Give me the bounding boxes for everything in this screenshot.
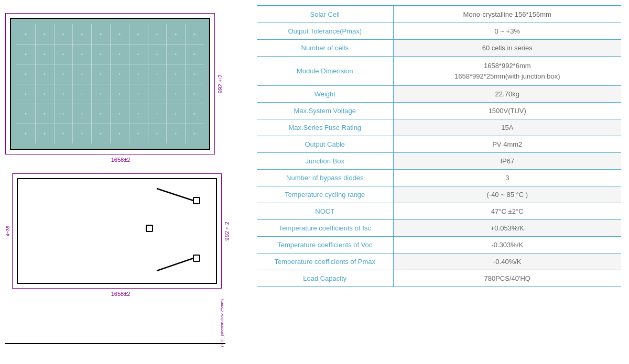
row-label: Module Dimension bbox=[257, 57, 393, 86]
row-label: Output Cable bbox=[257, 136, 393, 153]
left-dim-label: 4~35 bbox=[5, 226, 10, 236]
table-row: Temperature coefficients of Voc-0.303%/K bbox=[257, 237, 621, 253]
row-value: PV 4mm2 bbox=[393, 136, 621, 153]
row-label: Temperature coefficients of Pmax bbox=[257, 253, 393, 270]
table-row: Max.System Voltage1500V(TUV) bbox=[257, 103, 621, 119]
table-row: NOCT47°C ±2°C bbox=[257, 203, 621, 220]
specs-table: Solar CellMono-crystalline 156*156mmOutp… bbox=[257, 5, 621, 287]
table-row: Number of bypass diodes3 bbox=[257, 170, 621, 186]
small-note: (IEC_junction Box 25mm) bbox=[220, 299, 224, 347]
row-label: Max.System Voltage bbox=[257, 103, 393, 119]
table-row: Module Dimension1658*992*6mm1658*992*25m… bbox=[257, 57, 621, 86]
table-row: Load Capacity780PCS/40'HQ bbox=[257, 270, 621, 287]
top-height-dim: 992±2 bbox=[217, 74, 223, 93]
bottom-panel-outer bbox=[12, 173, 222, 289]
row-label: Number of bypass diodes bbox=[257, 170, 393, 186]
row-value: IP67 bbox=[393, 153, 621, 170]
row-label: Temperature cycling range bbox=[257, 186, 393, 203]
row-value: 22.70kg bbox=[393, 86, 621, 103]
row-value: -0.303%/K bbox=[393, 237, 621, 253]
row-value: (-40 ~ 85 °C ) bbox=[393, 186, 621, 203]
bottom-height-dim: 992±2 bbox=[224, 222, 230, 240]
row-label: Solar Cell bbox=[257, 6, 393, 23]
table-row: Temperature cycling range(-40 ~ 85 °C ) bbox=[257, 186, 621, 203]
bottom-width-dim: 1658±2 bbox=[5, 291, 236, 297]
row-label: Temperature coefficients of Voc bbox=[257, 237, 393, 253]
cable-svg bbox=[18, 179, 216, 283]
table-row: Junction BoxIP67 bbox=[257, 153, 621, 170]
bottom-line bbox=[5, 343, 225, 344]
row-value: 47°C ±2°C bbox=[393, 203, 621, 220]
row-value: 60 cells in series bbox=[393, 40, 621, 57]
table-row: Temperature coefficients of Pmax-0.40%/K bbox=[257, 253, 621, 270]
table-row: Output CablePV 4mm2 bbox=[257, 136, 621, 153]
table-row: Weight22.70kg bbox=[257, 86, 621, 103]
svg-line-1 bbox=[157, 189, 193, 201]
row-label: Junction Box bbox=[257, 153, 393, 170]
row-value: 1658*992*6mm1658*992*25mm(with junction … bbox=[393, 57, 621, 86]
svg-rect-2 bbox=[146, 225, 153, 231]
svg-rect-0 bbox=[193, 197, 200, 204]
top-width-dim: 1658±2 bbox=[5, 157, 236, 163]
row-label: Output Tolerance(Pmax) bbox=[257, 23, 393, 40]
svg-rect-3 bbox=[193, 255, 200, 261]
row-value: -0.40%/K bbox=[393, 253, 621, 270]
bottom-panel-inner bbox=[17, 178, 217, 284]
row-value: +0.053%/K bbox=[393, 220, 621, 237]
row-value: 3 bbox=[393, 170, 621, 186]
row-label: Load Capacity bbox=[257, 270, 393, 287]
table-row: Number of cells60 cells in series bbox=[257, 40, 621, 57]
solar-cells bbox=[16, 24, 204, 144]
row-value: 780PCS/40'HQ bbox=[393, 270, 621, 287]
bottom-drawing: 4~35 992± bbox=[5, 173, 236, 297]
left-panel: 992±2 1658±2 4~35 bbox=[0, 0, 252, 364]
table-row: Output Tolerance(Pmax)0 ~ +3% bbox=[257, 23, 621, 40]
row-label: Max.Series Fuse Rating bbox=[257, 119, 393, 136]
right-panel: Solar CellMono-crystalline 156*156mmOutp… bbox=[252, 0, 629, 364]
table-row: Temperature coefficients of Isc+0.053%/K bbox=[257, 220, 621, 237]
row-label: Number of cells bbox=[257, 40, 393, 57]
table-row: Solar CellMono-crystalline 156*156mm bbox=[257, 6, 621, 23]
row-label: Temperature coefficients of Isc bbox=[257, 220, 393, 237]
row-label: NOCT bbox=[257, 203, 393, 220]
row-label: Weight bbox=[257, 86, 393, 103]
row-value: Mono-crystalline 156*156mm bbox=[393, 6, 621, 23]
row-value: 15A bbox=[393, 119, 621, 136]
svg-line-4 bbox=[157, 258, 193, 271]
top-panel-outer bbox=[5, 13, 215, 155]
row-value: 1500V(TUV) bbox=[393, 103, 621, 119]
top-drawing: 992±2 1658±2 bbox=[5, 13, 236, 163]
row-value: 0 ~ +3% bbox=[393, 23, 621, 40]
table-row: Max.Series Fuse Rating15A bbox=[257, 119, 621, 136]
top-panel-inner bbox=[10, 18, 210, 150]
